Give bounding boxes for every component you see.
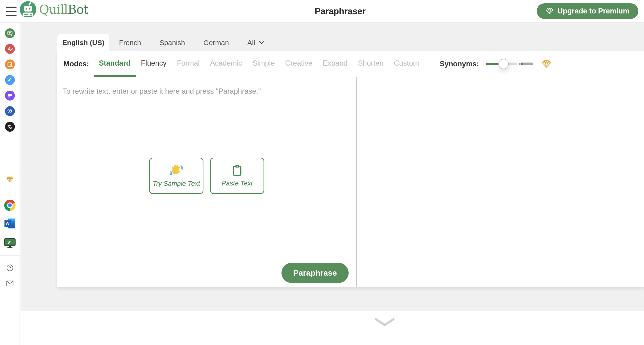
synonyms-slider[interactable] [486, 59, 533, 69]
paraphraser-icon [6, 30, 14, 37]
modes-toolbar: Modes: Standard Fluency Formal Academic … [57, 51, 644, 77]
input-textarea[interactable]: To rewrite text, enter or paste it here … [57, 78, 356, 287]
sidebar-item-citation-generator[interactable]: 99 [5, 106, 15, 116]
sidebar-item-word-addin[interactable]: W [4, 218, 15, 228]
sidebar-divider [0, 192, 20, 192]
sidebar-item-co-writer[interactable] [5, 75, 15, 85]
upgrade-premium-label: Upgrade to Premium [558, 7, 630, 15]
try-sample-text-button[interactable]: Try Sample Text [149, 158, 204, 194]
sidebar-item-premium[interactable] [5, 174, 15, 184]
waving-hand-icon [170, 164, 183, 177]
modes-label: Modes: [64, 51, 89, 77]
plagiarism-icon [6, 61, 14, 68]
upgrade-premium-button[interactable]: Upgrade to Premium [537, 3, 638, 19]
robot-icon [20, 1, 36, 18]
mode-expand[interactable]: Expand [318, 51, 353, 77]
tab-german[interactable]: German [194, 39, 238, 47]
tab-spanish[interactable]: Spanish [150, 39, 194, 47]
mode-custom[interactable]: Custom [389, 51, 424, 77]
summarizer-icon [6, 92, 14, 99]
slider-premium-tick [521, 63, 523, 65]
quotes-icon: 99 [6, 108, 14, 115]
sidebar-item-plagiarism-checker[interactable] [5, 60, 15, 69]
scroll-down-chevron-icon[interactable] [374, 318, 395, 327]
grammar-check-icon: A [6, 45, 14, 52]
svg-text:?: ? [9, 266, 11, 270]
tab-english-us[interactable]: English (US) [57, 34, 110, 52]
sidebar-item-grammar-checker[interactable]: A [5, 44, 15, 54]
desktop-app-icon [4, 238, 16, 248]
help-icon: ? [6, 264, 14, 271]
mode-simple[interactable]: Simple [247, 51, 280, 77]
try-sample-text-label: Try Sample Text [153, 180, 200, 187]
language-tabs: French Spanish German All [110, 34, 274, 52]
tab-all-languages[interactable]: All [238, 39, 273, 47]
mode-shorten[interactable]: Shorten [353, 51, 389, 77]
mode-creative[interactable]: Creative [280, 51, 318, 77]
tools-sidebar: A 99 A [0, 23, 20, 345]
clipboard-icon [231, 164, 243, 176]
page-title: Paraphraser [315, 6, 366, 16]
sidebar-item-contact[interactable] [5, 278, 15, 288]
mail-icon [6, 280, 14, 287]
mode-standard[interactable]: Standard [94, 51, 136, 77]
word-w-icon: W [4, 220, 11, 227]
paraphrase-button[interactable]: Paraphrase [282, 263, 349, 283]
slider-thumb[interactable] [498, 59, 509, 69]
premium-diamond-icon [6, 176, 14, 183]
quillbot-logo[interactable]: QuillBot [20, 1, 88, 18]
paraphraser-panel: Modes: Standard Fluency Formal Academic … [57, 51, 644, 287]
slider-stop-dot [518, 63, 520, 65]
premium-diamond-icon [542, 60, 551, 68]
page-footer-area [20, 311, 644, 345]
tab-label: English (US) [62, 39, 104, 47]
translate-icon: A [6, 123, 14, 130]
sidebar-divider [0, 169, 20, 169]
app-header: QuillBot Paraphraser Upgrade to Premium [0, 0, 644, 23]
synonyms-control: Synonyms: [440, 51, 551, 77]
sidebar-item-chrome-extension[interactable] [4, 200, 16, 211]
logo-wordmark: QuillBot [39, 2, 88, 17]
sidebar-item-desktop-app[interactable] [4, 238, 16, 248]
sidebar-divider [0, 255, 20, 256]
output-pane [357, 78, 644, 287]
empty-state-actions: Try Sample Text Paste Text [149, 158, 264, 194]
paste-text-button[interactable]: Paste Text [210, 158, 264, 194]
svg-text:A: A [10, 126, 12, 130]
paste-text-label: Paste Text [222, 180, 252, 187]
input-placeholder: To rewrite text, enter or paste it here … [63, 87, 261, 96]
sidebar-item-help[interactable]: ? [5, 263, 15, 273]
sidebar-item-paraphraser[interactable] [5, 28, 15, 38]
svg-text:99: 99 [7, 109, 12, 114]
mode-academic[interactable]: Academic [205, 51, 247, 77]
menu-icon[interactable] [6, 7, 16, 16]
mode-formal[interactable]: Formal [172, 51, 204, 77]
quill-icon [6, 77, 14, 84]
synonyms-label: Synonyms: [440, 60, 479, 68]
mode-fluency[interactable]: Fluency [136, 51, 172, 77]
sidebar-item-translator[interactable]: A [5, 122, 15, 132]
diamond-icon [546, 8, 554, 15]
sidebar-item-summarizer[interactable] [5, 91, 15, 101]
chevron-down-icon [258, 41, 264, 45]
tab-french[interactable]: French [110, 39, 150, 47]
